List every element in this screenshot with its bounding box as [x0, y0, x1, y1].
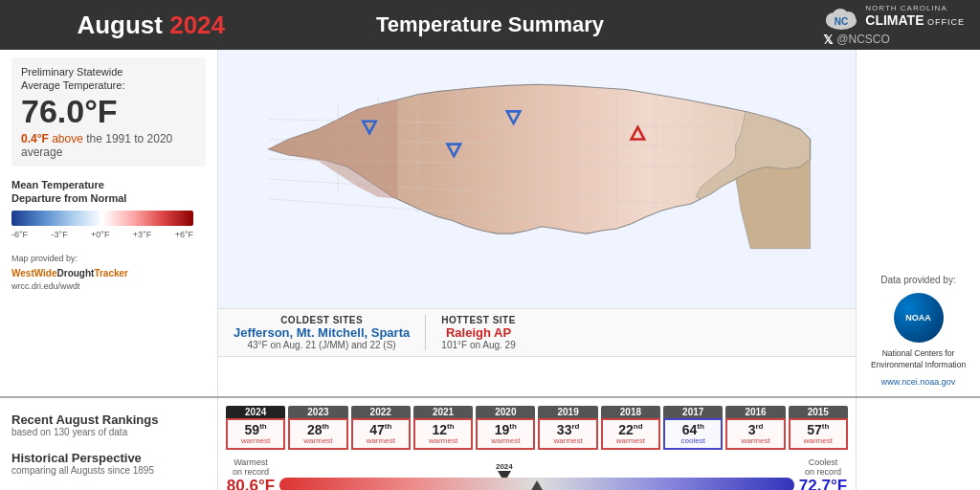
header-center: Temperature Summary	[286, 12, 693, 37]
cloud-icon: NC	[823, 4, 859, 31]
warmest-val: 80.6°F	[226, 477, 276, 490]
org-text: NORTH CAROLINA CLIMATE OFFICE	[865, 5, 965, 28]
rank-word-2024: warmest	[229, 436, 282, 445]
brand-west: WestWide	[11, 268, 57, 278]
rank-year-header-2021: 2021	[413, 406, 473, 418]
rank-word-2018: warmest	[604, 436, 657, 445]
rank-year-col-2020: 202019thwarmest	[476, 406, 535, 450]
rank-word-2022: warmest	[354, 436, 408, 445]
brand-tracker: Tracker	[94, 268, 128, 278]
rank-cell-2015: 57thwarmest	[789, 418, 848, 450]
coolest-on-record-label: Cooleston record	[798, 457, 848, 477]
colorbar-label-3: +3°F	[133, 230, 151, 239]
rankings-subtitle: based on 130 years of data	[11, 427, 206, 437]
coldest-site-name: Jefferson, Mt. Mitchell, Sparta	[234, 325, 410, 340]
coolest-val: 72.7°F	[798, 477, 848, 490]
warmest-label-block: Warmeston record 80.6°F 2007	[226, 457, 276, 490]
hist-bar-wrapper: 2024 1991 to 2020 average	[279, 462, 794, 490]
nc-map-svg	[218, 50, 856, 308]
rank-year-col-2016: 20163rdwarmest	[725, 406, 785, 450]
bottom-center: 202459thwarmest202328thwarmest202247thwa…	[218, 398, 856, 490]
colorbar-section: Mean TemperatureDeparture from Normal -6…	[11, 172, 206, 246]
rankings-row: 202459thwarmest202328thwarmest202247thwa…	[226, 402, 848, 450]
marker-2024-label: 2024	[496, 462, 513, 471]
rank-ordinal-2022: 47th	[354, 423, 408, 436]
rank-year-header-2024: 2024	[226, 406, 285, 418]
avg-temp-section: Preliminary StatewideAverage Temperature…	[11, 57, 206, 167]
rank-ordinal-2023: 28th	[291, 423, 345, 436]
nc-logo-top: NC NORTH CAROLINA CLIMATE OFFICE	[823, 4, 965, 31]
left-column: Preliminary StatewideAverage Temperature…	[0, 50, 218, 396]
avg-marker-bot: 1991 to 2020 average	[500, 480, 574, 490]
bottom-right	[856, 398, 980, 490]
rank-word-2016: warmest	[728, 436, 782, 445]
rank-year-col-2022: 202247thwarmest	[351, 406, 411, 450]
map-container	[218, 50, 856, 308]
rank-year-header-2018: 2018	[601, 406, 660, 418]
coldest-header: COLDEST SITES	[234, 315, 410, 325]
colorbar-label-1: -3°F	[52, 230, 68, 239]
ncei-org-name: National Centers forEnvironmental Inform…	[871, 348, 966, 371]
rank-ordinal-2015: 57th	[791, 423, 845, 436]
rank-year-header-2022: 2022	[351, 406, 411, 418]
page-title: August 2024	[77, 11, 225, 39]
rank-ordinal-2020: 19th	[479, 423, 532, 436]
rank-year-header-2020: 2020	[476, 406, 535, 418]
rank-cell-2016: 3rdwarmest	[725, 418, 785, 450]
rank-cell-2019: 33rdwarmest	[538, 418, 597, 450]
sites-divider	[425, 315, 426, 350]
colorbar	[11, 211, 193, 226]
hottest-site-name: Raleigh AP	[441, 325, 516, 340]
avg-marker-triangle	[530, 480, 544, 490]
rank-cell-2018: 22ndwarmest	[601, 418, 660, 450]
nc-logo: NC NORTH CAROLINA CLIMATE OFFICE 𝕏 @NCSC…	[823, 4, 965, 47]
colorbar-title: Mean TemperatureDeparture from Normal	[11, 178, 206, 206]
header: August 2024 Temperature Summary NC	[0, 0, 980, 50]
org-line2: CLIMATE OFFICE	[865, 13, 965, 28]
rank-year-col-2017: 201764thcoolest	[663, 406, 723, 450]
hottest-header: HOTTEST SITE	[441, 315, 516, 325]
colorbar-label-0: -6°F	[11, 230, 28, 239]
rank-word-2021: warmest	[416, 436, 470, 445]
twitter-row: 𝕏 @NCSCO	[823, 33, 890, 47]
rank-ordinal-2019: 33rd	[541, 423, 594, 436]
rank-ordinal-2024: 59th	[229, 423, 282, 436]
rank-year-col-2023: 202328thwarmest	[288, 406, 347, 450]
rankings-title: Recent August Rankings	[11, 412, 206, 427]
month-label: August 2024	[77, 11, 225, 39]
twitter-handle: @NCSCO	[836, 33, 890, 46]
rank-word-2023: warmest	[291, 436, 345, 445]
map-credit-prefix: Map provided by:	[11, 253, 206, 266]
rank-ordinal-2017: 64th	[666, 423, 720, 436]
header-left: August 2024	[15, 11, 286, 40]
rank-ordinal-2016: 3rd	[728, 423, 782, 436]
rank-cell-2017: 64thcoolest	[663, 418, 723, 450]
sites-info: COLDEST SITES Jefferson, Mt. Mitchell, S…	[218, 308, 856, 357]
rank-word-2015: warmest	[791, 436, 845, 445]
rank-year-col-2018: 201822ndwarmest	[601, 406, 660, 450]
content-area: Preliminary StatewideAverage Temperature…	[0, 50, 980, 396]
map-credit: Map provided by: WestWideDroughtTracker …	[11, 253, 206, 293]
colorbar-label-2: +0°F	[91, 230, 109, 239]
avg-anomaly: 0.4°F above the 1991 to 2020 average	[21, 132, 196, 159]
map-credit-url: wrcc.dri.edu/wwdt	[11, 280, 206, 294]
rank-year-header-2017: 2017	[663, 406, 723, 418]
colorbar-label-4: +6°F	[175, 230, 193, 239]
warmest-on-record-label: Warmeston record	[226, 457, 276, 477]
data-credit-label: Data provided by:	[880, 273, 955, 287]
brand-drought: Drought	[57, 268, 95, 278]
anomaly-value: 0.4°F	[21, 132, 49, 145]
rank-year-header-2016: 2016	[725, 406, 785, 418]
historical-bar-section: Warmeston record 80.6°F 2007 2024 1	[226, 457, 848, 490]
rank-ordinal-2021: 12th	[416, 423, 470, 436]
rank-year-header-2023: 2023	[288, 406, 347, 418]
x-icon: 𝕏	[823, 33, 833, 47]
coldest-site: COLDEST SITES Jefferson, Mt. Mitchell, S…	[234, 315, 410, 350]
rank-word-2020: warmest	[479, 436, 532, 445]
anomaly-direction: above	[52, 132, 83, 145]
rank-year-col-2021: 202112thwarmest	[413, 406, 473, 450]
rank-cell-2021: 12thwarmest	[413, 418, 473, 450]
rank-cell-2020: 19thwarmest	[476, 418, 535, 450]
noaa-logo: NOAA	[894, 293, 944, 343]
colorbar-labels: -6°F -3°F +0°F +3°F +6°F	[11, 230, 193, 239]
